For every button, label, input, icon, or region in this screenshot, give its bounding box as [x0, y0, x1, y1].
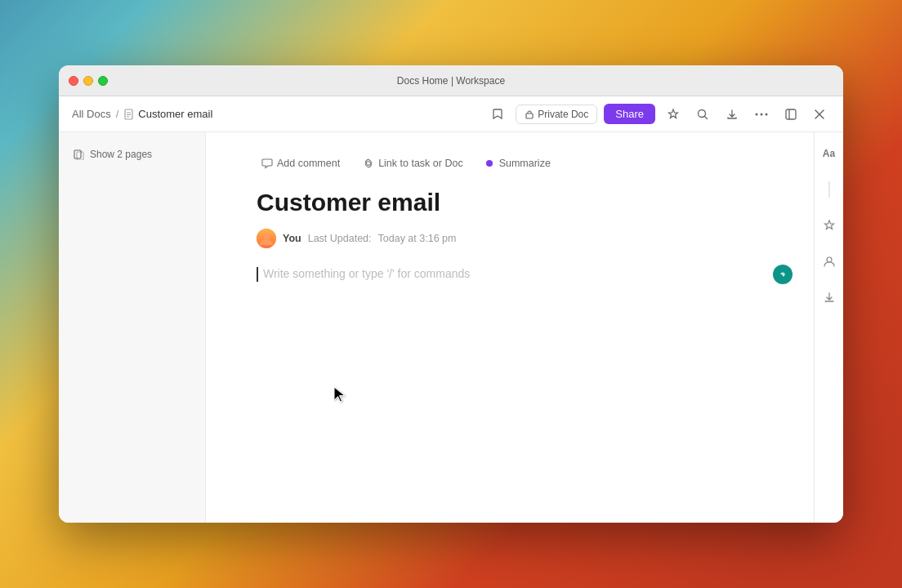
svg-line-6	[705, 116, 708, 118]
show-pages-label: Show 2 pages	[90, 149, 152, 160]
svg-point-7	[756, 113, 758, 115]
svg-point-9	[766, 113, 768, 115]
link-task-label: Link to task or Doc	[378, 158, 463, 169]
user-icon	[823, 255, 836, 268]
breadcrumb-root[interactable]: All Docs	[72, 108, 111, 120]
link-icon	[363, 158, 374, 169]
svg-point-20	[827, 257, 832, 262]
pages-icon	[74, 149, 85, 160]
export-icon	[726, 108, 739, 121]
text-format-icon: Aa	[823, 148, 835, 159]
titlebar: Docs Home | Workspace	[59, 65, 843, 96]
last-updated-time: Today at 3:16 pm	[378, 233, 457, 244]
document-placeholder: Write something or type '/' for commands	[263, 267, 470, 280]
download-icon	[823, 291, 836, 304]
export-button[interactable]	[721, 105, 743, 124]
collapse-button[interactable]	[779, 105, 802, 124]
document-input-area[interactable]: Write something or type '/' for commands	[257, 265, 763, 428]
doc-icon	[123, 109, 135, 120]
minimize-button[interactable]	[83, 76, 93, 86]
close-window-button[interactable]	[809, 105, 830, 123]
right-sidebar-divider	[818, 178, 841, 201]
bookmark-icon	[491, 108, 504, 121]
more-icon	[755, 113, 768, 116]
breadcrumb-current: Customer email	[123, 108, 212, 120]
search-icon	[696, 108, 709, 121]
ai-icon	[777, 269, 788, 280]
doc-content: Add comment Link to task or Doc Summariz…	[224, 132, 796, 461]
private-doc-button[interactable]: Private Doc	[516, 105, 597, 124]
breadcrumb-current-label: Customer email	[138, 108, 212, 120]
app-window: Docs Home | Workspace All Docs / Custome…	[59, 65, 843, 523]
document-area[interactable]: Add comment Link to task or Doc Summariz…	[206, 132, 814, 523]
toolbar: All Docs / Customer email	[59, 96, 843, 132]
svg-rect-4	[526, 114, 533, 118]
share-button[interactable]: Share	[604, 104, 655, 124]
toolbar-actions: Private Doc Share	[486, 104, 830, 124]
ai-indicator[interactable]	[773, 265, 793, 284]
svg-point-8	[761, 113, 763, 115]
comment-icon	[261, 158, 273, 169]
summarize-dot-icon	[486, 160, 493, 167]
left-sidebar: Show 2 pages	[59, 132, 206, 523]
add-comment-label: Add comment	[277, 158, 340, 169]
traffic-lights	[69, 76, 108, 86]
close-icon	[814, 109, 825, 120]
main-area: Show 2 pages Add comment	[59, 132, 843, 523]
add-comment-button[interactable]: Add comment	[257, 155, 345, 172]
right-star-icon	[823, 219, 836, 232]
right-sidebar: Aa	[814, 132, 843, 523]
search-button[interactable]	[691, 105, 714, 124]
star-icon	[667, 108, 680, 121]
svg-point-16	[263, 233, 270, 239]
last-updated-label: Last Updated:	[308, 233, 372, 244]
window-title: Docs Home | Workspace	[397, 75, 505, 87]
maximize-button[interactable]	[98, 76, 108, 86]
more-options-button[interactable]	[750, 109, 773, 119]
summarize-label: Summarize	[499, 158, 551, 169]
link-task-button[interactable]: Link to task or Doc	[358, 155, 468, 172]
svg-point-18	[782, 274, 784, 275]
document-title[interactable]: Customer email	[257, 188, 763, 217]
doc-toolbar: Add comment Link to task or Doc Summariz…	[257, 152, 763, 172]
author-row: You Last Updated: Today at 3:16 pm	[257, 229, 763, 248]
close-button[interactable]	[69, 76, 78, 86]
private-doc-label: Private Doc	[538, 109, 588, 120]
collapse-icon	[784, 108, 797, 121]
text-format-button[interactable]: Aa	[818, 142, 841, 165]
lock-icon	[525, 109, 534, 119]
bookmark-icon-button[interactable]	[486, 105, 509, 124]
summarize-button[interactable]: Summarize	[481, 155, 556, 172]
right-star-button[interactable]	[818, 214, 841, 237]
svg-rect-10	[786, 109, 796, 119]
show-pages-button[interactable]: Show 2 pages	[69, 145, 195, 163]
text-cursor	[257, 267, 258, 282]
right-download-button[interactable]	[818, 286, 841, 309]
author-avatar	[257, 229, 276, 248]
right-user-button[interactable]	[818, 250, 841, 273]
author-name: You	[283, 233, 301, 244]
breadcrumb: All Docs / Customer email	[72, 108, 480, 120]
breadcrumb-separator: /	[116, 108, 119, 120]
star-button[interactable]	[662, 105, 685, 124]
